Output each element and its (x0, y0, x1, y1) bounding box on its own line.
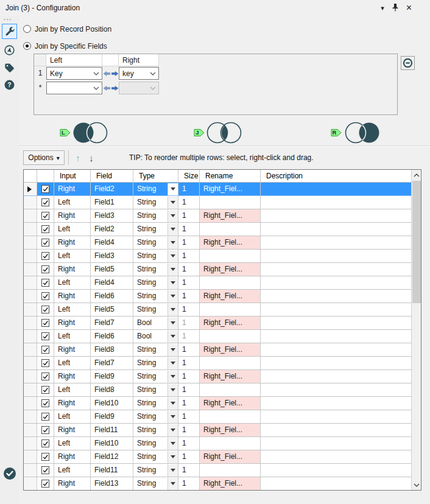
radio-join-by-record-position[interactable] (23, 25, 31, 33)
type-cell[interactable]: String (133, 397, 178, 410)
table-row[interactable]: Left Field6 Bool 1 (24, 330, 411, 343)
description-cell[interactable] (261, 477, 411, 490)
scroll-down-icon[interactable] (412, 480, 421, 490)
remove-join-row-button[interactable] (401, 56, 415, 70)
description-cell[interactable] (261, 236, 411, 250)
description-cell[interactable] (261, 397, 411, 410)
size-cell[interactable]: 1 (178, 464, 200, 477)
type-dropdown-button[interactable] (167, 438, 178, 450)
size-cell[interactable]: 1 (178, 410, 200, 424)
table-row[interactable]: Left Field1 String 1 (24, 196, 411, 209)
right-field-select[interactable]: key (119, 67, 159, 80)
left-field-select[interactable]: Key (46, 67, 102, 80)
size-cell[interactable]: 1 (178, 196, 200, 209)
table-row[interactable]: Right Field9 String 1 Right_Fiel... (24, 370, 411, 383)
move-row-down-button[interactable]: ↓ (85, 150, 97, 165)
row-selector-cell[interactable] (24, 330, 37, 343)
checkbox-checked-icon[interactable] (41, 346, 49, 354)
grid-row-label[interactable]: * (34, 81, 46, 95)
table-row[interactable]: Right Field11 String 1 Right_Fiel... (24, 424, 411, 437)
description-cell[interactable] (261, 196, 411, 209)
rename-cell[interactable] (200, 276, 261, 290)
rename-cell[interactable]: Right_Fiel... (200, 263, 261, 276)
table-row[interactable]: Right Field10 String 1 Right_Fiel... (24, 397, 411, 410)
size-cell[interactable]: 1 (178, 250, 200, 263)
row-selector-cell[interactable] (24, 250, 37, 263)
type-dropdown-button[interactable] (167, 264, 178, 276)
include-field-checkbox[interactable] (37, 383, 54, 397)
include-field-checkbox[interactable] (37, 276, 54, 290)
window-menu-dropdown-icon[interactable]: ▾ (381, 5, 384, 12)
description-cell[interactable] (261, 223, 411, 236)
description-cell[interactable] (261, 317, 411, 330)
description-cell[interactable] (261, 437, 411, 450)
description-cell[interactable] (261, 464, 411, 477)
checkbox-checked-icon[interactable] (41, 426, 49, 434)
size-cell[interactable]: 1 (178, 397, 200, 410)
type-dropdown-button[interactable] (167, 478, 178, 490)
table-row[interactable]: Left Field5 String 1 (24, 303, 411, 317)
table-row[interactable]: Right Field2 String 1 Right_Fiel... (24, 183, 411, 196)
include-field-checkbox[interactable] (37, 450, 54, 464)
options-button[interactable]: Options ▾ (23, 150, 65, 165)
row-selector-cell[interactable] (24, 196, 37, 209)
checkbox-checked-icon[interactable] (41, 252, 49, 260)
checkbox-checked-icon[interactable] (41, 399, 49, 407)
rename-cell[interactable]: Right_Fiel... (200, 477, 261, 490)
include-field-checkbox[interactable] (37, 397, 54, 410)
type-cell[interactable]: String (133, 450, 178, 464)
rename-cell[interactable] (200, 330, 261, 343)
type-cell[interactable]: String (133, 236, 178, 250)
include-field-checkbox[interactable] (37, 223, 54, 236)
description-cell[interactable] (261, 290, 411, 303)
checkbox-checked-icon[interactable] (41, 212, 49, 220)
sidebar-tab-annotation[interactable] (2, 60, 17, 75)
rename-cell[interactable] (200, 383, 261, 397)
checkbox-checked-icon[interactable] (41, 265, 49, 273)
table-row[interactable]: Left Field10 String 1 (24, 437, 411, 450)
include-field-checkbox[interactable] (37, 183, 54, 196)
rename-cell[interactable]: Right_Fiel... (200, 397, 261, 410)
size-cell[interactable]: 1 (178, 290, 200, 303)
type-cell[interactable]: String (133, 343, 178, 357)
type-dropdown-button[interactable] (167, 464, 178, 477)
size-cell[interactable]: 1 (178, 303, 200, 317)
checkbox-checked-icon[interactable] (41, 225, 49, 233)
scrollbar-thumb[interactable] (412, 181, 421, 303)
type-cell[interactable]: String (133, 357, 178, 370)
description-cell[interactable] (261, 303, 411, 317)
description-cell[interactable] (261, 450, 411, 464)
size-cell[interactable]: 1 (178, 276, 200, 290)
checkbox-checked-icon[interactable] (41, 480, 49, 488)
grid-row-label[interactable]: 1 (34, 66, 46, 80)
rename-cell[interactable]: Right_Fiel... (200, 370, 261, 383)
size-cell[interactable]: 1 (178, 209, 200, 223)
move-row-up-button[interactable]: ↑ (72, 150, 84, 165)
row-selector-cell[interactable] (24, 209, 37, 223)
size-cell[interactable]: 1 (178, 183, 200, 196)
row-selector-cell[interactable] (24, 317, 37, 330)
type-cell[interactable]: String (133, 303, 178, 317)
type-cell[interactable]: String (133, 464, 178, 477)
rename-cell[interactable] (200, 437, 261, 450)
size-cell[interactable]: 1 (178, 450, 200, 464)
description-cell[interactable] (261, 357, 411, 370)
description-cell[interactable] (261, 183, 411, 196)
type-cell[interactable]: Bool (133, 317, 178, 330)
include-field-checkbox[interactable] (37, 424, 54, 437)
size-cell[interactable]: 1 (178, 424, 200, 437)
table-row[interactable]: Right Field4 String 1 Right_Fiel... (24, 236, 411, 250)
row-selector-cell[interactable] (24, 464, 37, 477)
size-cell[interactable]: 1 (178, 236, 200, 250)
table-row[interactable]: Right Field5 String 1 Right_Fiel... (24, 263, 411, 276)
type-dropdown-button[interactable] (167, 250, 178, 262)
vertical-scrollbar[interactable] (411, 170, 421, 490)
include-field-checkbox[interactable] (37, 263, 54, 276)
size-cell[interactable]: 1 (178, 223, 200, 236)
row-selector-cell[interactable] (24, 437, 37, 450)
type-dropdown-button[interactable] (167, 357, 178, 369)
table-row[interactable]: Left Field11 String 1 (24, 464, 411, 477)
row-selector-cell[interactable] (24, 410, 37, 424)
row-selector-cell[interactable] (24, 370, 37, 383)
description-cell[interactable] (261, 209, 411, 223)
